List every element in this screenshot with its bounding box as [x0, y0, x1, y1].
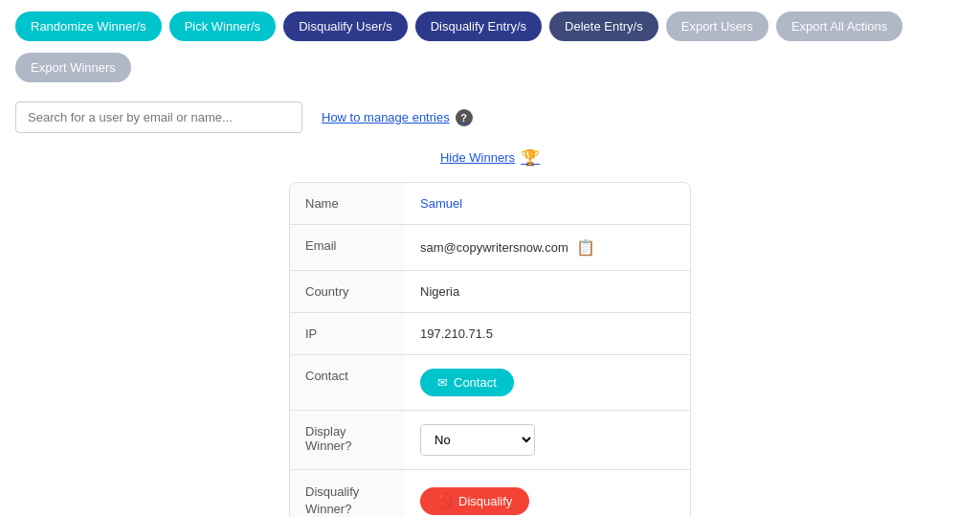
disqualify-user-button[interactable]: Disqualify User/s	[283, 11, 408, 41]
country-label: Country	[290, 271, 405, 312]
hide-winners-row: Hide Winners 🏆	[0, 145, 980, 182]
randomize-winner-button[interactable]: Randomize Winner/s	[15, 11, 162, 41]
card-row-contact: Contact ✉ Contact	[290, 355, 690, 411]
ip-label: IP	[290, 313, 405, 354]
country-text: Nigeria	[420, 284, 459, 299]
export-users-button[interactable]: Export Users	[666, 11, 768, 41]
toolbar-row1: Randomize Winner/s Pick Winner/s Disqual…	[0, 0, 980, 49]
export-actions-button[interactable]: Export All Actions	[776, 11, 902, 41]
email-label: Email	[290, 225, 405, 270]
delete-entry-button[interactable]: Delete Entry/s	[549, 11, 658, 41]
hide-winners-label: Hide Winners	[440, 150, 515, 165]
pick-winner-button[interactable]: Pick Winner/s	[169, 11, 276, 41]
manage-entries-label: How to manage entries	[322, 110, 450, 124]
name-link[interactable]: Samuel	[420, 196, 462, 211]
email-text: sam@copywritersnow.com	[420, 240, 568, 255]
disqualify-button[interactable]: 🚫 Disqualify	[420, 487, 529, 515]
hide-winners-link[interactable]: Hide Winners 🏆	[440, 148, 540, 167]
ban-icon: 🚫	[437, 494, 453, 508]
card-row-disqualify-winner: Disqualify Winner? 🚫 Disqualify	[290, 470, 690, 517]
card-row-email: Email sam@copywritersnow.com 📋	[290, 225, 690, 271]
disqualify-winner-value: 🚫 Disqualify	[405, 470, 690, 517]
copy-icon[interactable]: 📋	[576, 238, 595, 257]
mail-icon: ✉	[437, 375, 448, 390]
display-winner-value: No Yes	[405, 411, 690, 469]
search-manage-row: How to manage entries ?	[0, 94, 980, 145]
export-winners-button[interactable]: Export Winners	[15, 53, 131, 82]
manage-entries-link[interactable]: How to manage entries ?	[322, 109, 473, 126]
display-winner-select[interactable]: No Yes	[420, 424, 535, 456]
card-row-display-winner: Display Winner? No Yes	[290, 411, 690, 470]
toolbar-row2: Export Winners	[0, 49, 980, 94]
disqualify-btn-label: Disqualify	[458, 494, 512, 508]
disqualify-winner-label: Disqualify Winner?	[290, 470, 405, 517]
disqualify-entry-button[interactable]: Disqualify Entry/s	[415, 11, 542, 41]
contact-btn-label: Contact	[454, 375, 497, 390]
contact-value: ✉ Contact	[405, 355, 690, 410]
contact-label: Contact	[290, 355, 405, 410]
country-value: Nigeria	[405, 271, 690, 312]
display-winner-label: Display Winner?	[290, 411, 405, 469]
name-value: Samuel	[405, 183, 690, 224]
help-icon: ?	[456, 109, 473, 126]
contact-button[interactable]: ✉ Contact	[420, 369, 514, 396]
trophy-icon: 🏆	[521, 148, 540, 167]
name-label: Name	[290, 183, 405, 224]
card-row-ip: IP 197.210.71.5	[290, 313, 690, 355]
search-input[interactable]	[15, 101, 302, 133]
ip-value: 197.210.71.5	[405, 313, 690, 354]
card-row-name: Name Samuel	[290, 183, 690, 225]
card-row-country: Country Nigeria	[290, 271, 690, 313]
ip-text: 197.210.71.5	[420, 326, 493, 341]
user-card-area: Name Samuel Email sam@copywritersnow.com…	[0, 182, 980, 517]
user-card: Name Samuel Email sam@copywritersnow.com…	[289, 182, 691, 517]
email-value: sam@copywritersnow.com 📋	[405, 225, 690, 270]
